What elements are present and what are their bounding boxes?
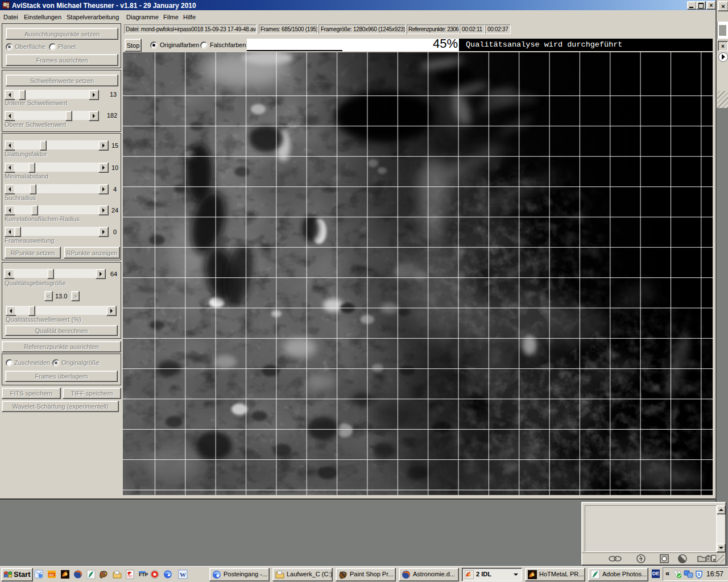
svg-text:S: S — [697, 572, 701, 577]
svg-text:W: W — [180, 571, 186, 578]
svg-text:PDF: PDF — [127, 575, 133, 578]
svg-text:app: app — [49, 573, 54, 576]
